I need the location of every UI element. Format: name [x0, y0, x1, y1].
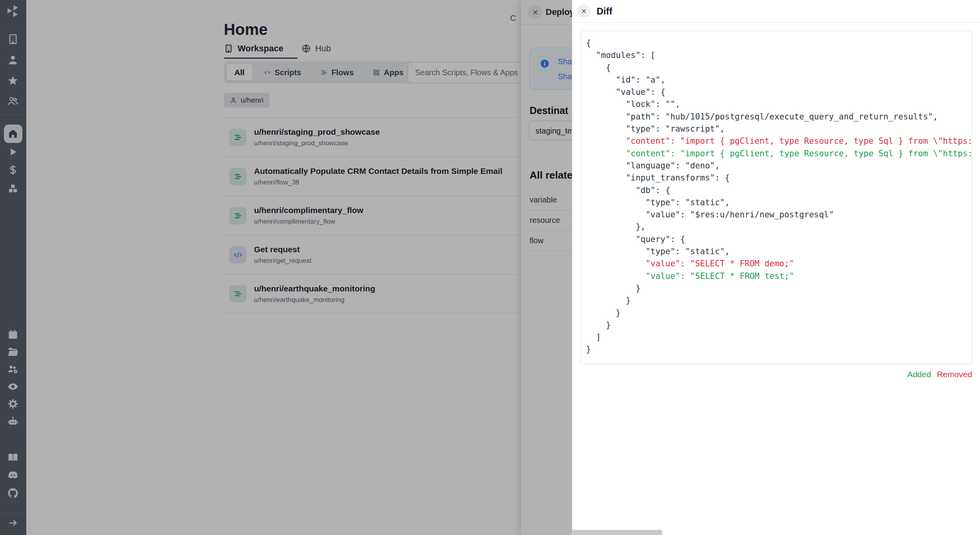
diff-line-ctx: }: [586, 343, 972, 356]
horizontal-scrollbar-thumb[interactable]: [572, 530, 662, 535]
diff-line-ctx: "db": {: [586, 184, 972, 197]
diff-line-ctx: "type": "static",: [586, 246, 972, 258]
diff-line-ctx: "input_transforms": {: [586, 172, 972, 184]
diff-line-ctx: }: [586, 295, 972, 307]
diff-line-ctx: {: [586, 37, 972, 49]
diff-line-ctx: "value": "$res:u/henri/new_postgresql": [586, 209, 972, 221]
diff-legend: Added Removed: [907, 370, 972, 379]
diff-drawer-header: Diff: [572, 0, 980, 23]
windmill-app: Home C Workspace Hub All Scripts Flows: [0, 0, 980, 535]
diff-line-ctx: }: [586, 282, 972, 295]
diff-line-ctx: },: [586, 221, 972, 233]
diff-line-ctx: "path": "hub/1015/postgresql/execute_que…: [586, 111, 972, 123]
diff-line-ctx: {: [586, 62, 972, 74]
legend-removed: Removed: [937, 370, 972, 379]
diff-line-ctx: }: [586, 319, 972, 331]
diff-line-ctx: "query": {: [586, 233, 972, 246]
diff-line-added: "value": "SELECT * FROM test;": [586, 270, 972, 282]
diff-line-ctx: "type": "static",: [586, 197, 972, 209]
diff-line-ctx: }: [586, 307, 972, 319]
legend-added: Added: [907, 370, 931, 379]
diff-line-ctx: "language": "deno",: [586, 160, 972, 172]
diff-line-removed: "content": "import { pgClient, type Reso…: [586, 135, 972, 147]
close-icon[interactable]: [577, 4, 591, 18]
diff-line-ctx: "lock": "",: [586, 98, 972, 110]
diff-drawer: Diff { "modules": [ { "id": "a", "value"…: [572, 0, 980, 535]
diff-line-ctx: "type": "rawscript",: [586, 123, 972, 135]
diff-line-ctx: ]: [586, 331, 972, 343]
diff-drawer-title: Diff: [597, 0, 612, 22]
diff-line-ctx: "id": "a",: [586, 74, 972, 86]
diff-code-block[interactable]: { "modules": [ { "id": "a", "value": { "…: [581, 31, 972, 364]
diff-line-added: "content": "import { pgClient, type Reso…: [586, 148, 972, 160]
diff-line-ctx: "modules": [: [586, 49, 972, 61]
diff-line-ctx: "value": {: [586, 86, 972, 98]
diff-line-removed: "value": "SELECT * FROM demo;": [586, 258, 972, 270]
